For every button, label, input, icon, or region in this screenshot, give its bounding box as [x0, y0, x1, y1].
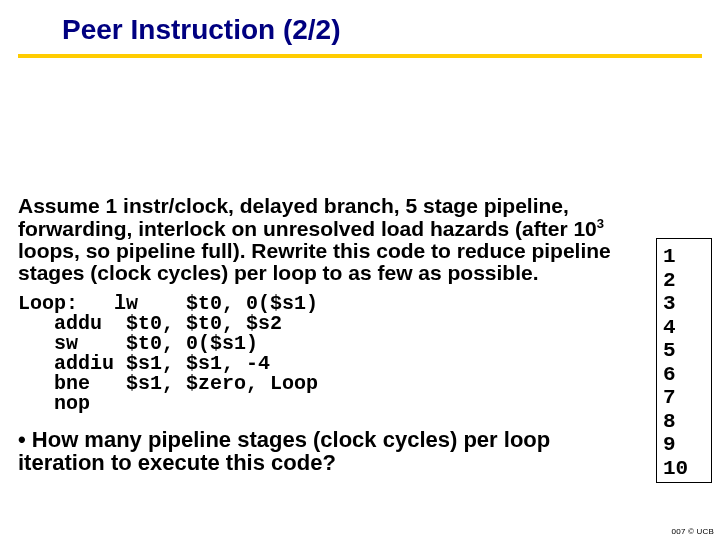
- answer-box: 12345678910: [656, 238, 712, 483]
- code-block: Loop: lw $t0, 0($s1) addu $t0, $t0, $s2 …: [18, 294, 638, 414]
- slide-title: Peer Instruction (2/2): [0, 0, 720, 54]
- title-underline: [18, 54, 702, 58]
- answer-option: 4: [663, 316, 705, 340]
- answer-option: 9: [663, 433, 705, 457]
- slide: Peer Instruction (2/2) Assume 1 instr/cl…: [0, 0, 720, 540]
- answer-option: 10: [663, 457, 705, 481]
- answer-option: 1: [663, 245, 705, 269]
- footer-text: 007 © UCB: [672, 527, 714, 536]
- answer-option: 2: [663, 269, 705, 293]
- answer-option: 8: [663, 410, 705, 434]
- question-text: • How many pipeline stages (clock cycles…: [18, 428, 638, 474]
- answer-option: 7: [663, 386, 705, 410]
- intro-paragraph: Assume 1 instr/clock, delayed branch, 5 …: [18, 195, 638, 284]
- answer-option: 5: [663, 339, 705, 363]
- answer-option: 6: [663, 363, 705, 387]
- answer-option: 3: [663, 292, 705, 316]
- content-area: Assume 1 instr/clock, delayed branch, 5 …: [18, 195, 638, 474]
